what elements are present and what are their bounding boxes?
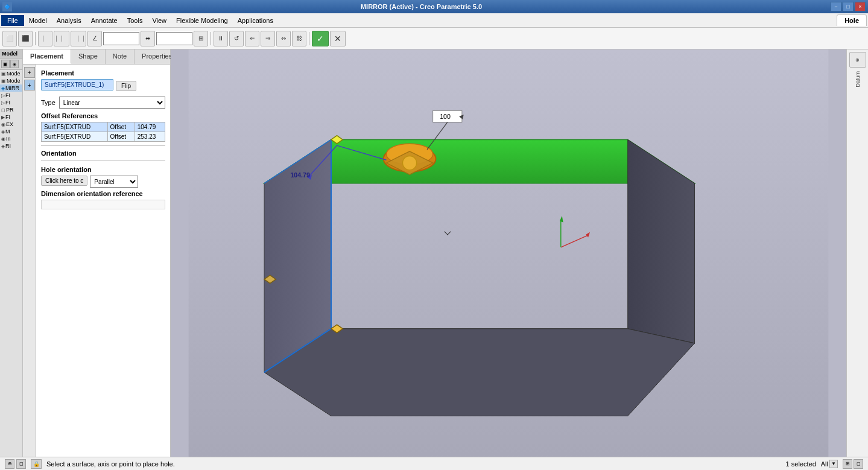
offset-refs-table: Surf:F5(EXTRUD Offset 104.79 Surf:F5(EXT… xyxy=(41,122,165,142)
confirm-button[interactable]: ✓ xyxy=(312,31,329,46)
tree-item-ex[interactable]: ◉EX xyxy=(0,121,22,128)
filter-dropdown[interactable]: ▼ xyxy=(829,460,838,468)
tb-back-step[interactable]: ⇐ xyxy=(245,31,259,46)
tab-hole[interactable]: Hole xyxy=(837,14,867,26)
offset-ref2-type: Offset xyxy=(107,132,135,142)
menu-flexible-modeling[interactable]: Flexible Modeling xyxy=(171,15,233,26)
title-bar: 🔷 MIRROR (Active) - Creo Parametric 5.0 … xyxy=(0,0,868,13)
close-button[interactable]: × xyxy=(855,2,866,11)
tab-shape[interactable]: Shape xyxy=(71,49,106,64)
hole-orient-label: Hole orientation xyxy=(41,166,165,173)
svg-text:100: 100 xyxy=(440,113,451,120)
datum-label: Datum xyxy=(855,71,861,87)
orientation-label: Orientation xyxy=(41,150,165,157)
tree-item-model2[interactable]: ▣Mode xyxy=(0,77,22,84)
status-icon-1[interactable]: ⊕ xyxy=(5,459,14,469)
dim-orient-ref[interactable] xyxy=(41,200,165,209)
tb-depth-icon[interactable]: ⬌ xyxy=(141,31,155,46)
tb-icon1[interactable]: ⬜ xyxy=(2,31,17,46)
tree-icon-2[interactable]: ◈ xyxy=(10,60,19,68)
menu-analysis[interactable]: Analysis xyxy=(52,15,86,26)
selection-count: 1 selected xyxy=(786,460,816,468)
tb-line3[interactable]: ⎹⎹ xyxy=(71,31,86,46)
status-message: Select a surface, axis or point to place… xyxy=(46,460,781,468)
tb-line2[interactable]: ⎸⎸ xyxy=(54,31,69,46)
tb-icon3[interactable]: ⊞ xyxy=(194,31,208,46)
placement-ref[interactable]: Surf:F5(EXTRUDE_1) xyxy=(41,79,113,91)
bottom-icon-1[interactable]: ⊞ xyxy=(843,459,852,469)
flip-button[interactable]: Flip xyxy=(116,81,136,91)
toolbar: ⬜ ⬛ ⎸ ⎸⎸ ⎹⎹ ∠ 91.00 ⬌ 69.09 ⊞ ⏸ ↺ ⇐ ⇒ ⇔ … xyxy=(0,28,868,49)
panel-tabs: Placement Shape Note Properties xyxy=(23,49,170,65)
menu-view[interactable]: View xyxy=(147,15,171,26)
placement-row: Surf:F5(EXTRUDE_1) Flip xyxy=(41,79,165,93)
tb-line1[interactable]: ⎸ xyxy=(38,31,52,46)
tb-sep1 xyxy=(35,32,36,45)
tree-item-model[interactable]: ▣Mode xyxy=(0,70,22,77)
type-row: Type Linear xyxy=(41,97,165,109)
tb-angle-icon[interactable]: ∠ xyxy=(87,31,102,46)
tb-chain[interactable]: ⛓ xyxy=(292,31,306,46)
model-tree-panel: Model ▣ ◈ ▣Mode ▣Mode ◈MIRR ▷FI ▷FI ◻PR … xyxy=(0,49,23,457)
angle-input[interactable]: 91.00 xyxy=(103,32,139,45)
offset-ref2-value[interactable]: 253.23 xyxy=(135,132,165,142)
status-icon-2[interactable]: ◻ xyxy=(16,459,26,469)
tree-item-pr[interactable]: ◻PR xyxy=(0,106,22,113)
cancel-button[interactable]: ✕ xyxy=(330,31,346,46)
panel-side-btn-2[interactable]: + xyxy=(24,80,35,91)
bottom-icons: ⊞ ◻ xyxy=(843,459,863,469)
3d-scene: 104.79 100 xyxy=(171,49,846,457)
orient-divider xyxy=(41,160,165,161)
tb-mirror[interactable]: ⇔ xyxy=(276,31,291,46)
tree-icon-1[interactable]: ▣ xyxy=(1,60,10,68)
tree-item-fi2[interactable]: ▷FI xyxy=(0,99,22,106)
menu-applications[interactable]: Applications xyxy=(233,15,278,26)
status-icon-3[interactable]: 🔒 xyxy=(31,459,42,469)
bottom-icon-2[interactable]: ◻ xyxy=(854,459,863,469)
menu-model[interactable]: Model xyxy=(24,15,52,26)
panel-content: Placement Surf:F5(EXTRUDE_1) Flip Type L… xyxy=(36,65,170,457)
type-select[interactable]: Linear xyxy=(59,97,165,109)
maximize-button[interactable]: □ xyxy=(843,2,854,11)
tree-item-ri[interactable]: ◈RI xyxy=(0,142,22,150)
tb-rotate[interactable]: ↺ xyxy=(229,31,244,46)
tab-placement[interactable]: Placement xyxy=(23,49,71,64)
depth-input[interactable]: 69.09 xyxy=(156,32,192,45)
tree-item-fi1[interactable]: ▷FI xyxy=(0,92,22,99)
orient-select[interactable]: Parallel xyxy=(90,176,138,188)
offset-ref2-name[interactable]: Surf:F5(EXTRUD xyxy=(42,132,108,142)
orientation-section: Orientation xyxy=(41,150,165,161)
tb-icon2[interactable]: ⬛ xyxy=(18,31,33,46)
offset-ref1-name[interactable]: Surf:F5(EXTRUD xyxy=(42,122,108,132)
menu-file[interactable]: File xyxy=(1,15,24,26)
divider-1 xyxy=(41,145,165,146)
viewport[interactable]: 🔍+ 🔍- ⊡ ↖ ⊞ ⬡ ◧ ⬣ ◈ ◫ ⊿ ⊕ ◻ ≡ ↻ ⊞ ⊟ ⊠ ⊡ … xyxy=(171,49,846,457)
tree-item-in[interactable]: ◉In xyxy=(0,135,22,142)
tree-item-fi3[interactable]: ▶FI xyxy=(0,113,22,121)
tab-note[interactable]: Note xyxy=(106,49,135,64)
click-here-button[interactable]: Click here to c xyxy=(41,176,87,186)
minimize-button[interactable]: − xyxy=(831,2,841,11)
filter-label: All xyxy=(821,460,828,468)
menu-annotate[interactable]: Annotate xyxy=(86,15,122,26)
model-tree-header: Model xyxy=(0,49,22,59)
tb-fwd-step[interactable]: ⇒ xyxy=(261,31,275,46)
tb-sep3 xyxy=(309,32,309,45)
main-area: Model ▣ ◈ ▣Mode ▣Mode ◈MIRR ▷FI ▷FI ◻PR … xyxy=(0,49,868,457)
placement-section-label: Placement xyxy=(41,69,165,77)
status-icons: ⊕ ◻ xyxy=(5,459,26,469)
datum-icon[interactable]: ⊕ xyxy=(849,52,866,68)
tree-item-m[interactable]: ◈M xyxy=(0,128,22,135)
offset-ref-row-2: Surf:F5(EXTRUD Offset 253.23 xyxy=(42,132,165,142)
panel-side-btn-1[interactable]: + xyxy=(24,67,35,78)
offset-ref1-value[interactable]: 104.79 xyxy=(135,122,165,132)
menu-bar: File Model Analysis Annotate Tools View … xyxy=(0,13,868,28)
window-title: MIRROR (Active) - Creo Parametric 5.0 xyxy=(12,3,831,10)
menu-tools[interactable]: Tools xyxy=(122,15,148,26)
dim-orient-label: Dimension orientation reference xyxy=(41,190,165,197)
tree-item-mirror[interactable]: ◈MIRR xyxy=(0,84,22,92)
tb-pause[interactable]: ⏸ xyxy=(214,31,228,46)
offset-ref1-type: Offset xyxy=(107,122,135,132)
svg-text:104.79: 104.79 xyxy=(290,171,310,179)
app-icon-btn[interactable]: 🔷 xyxy=(2,2,12,11)
